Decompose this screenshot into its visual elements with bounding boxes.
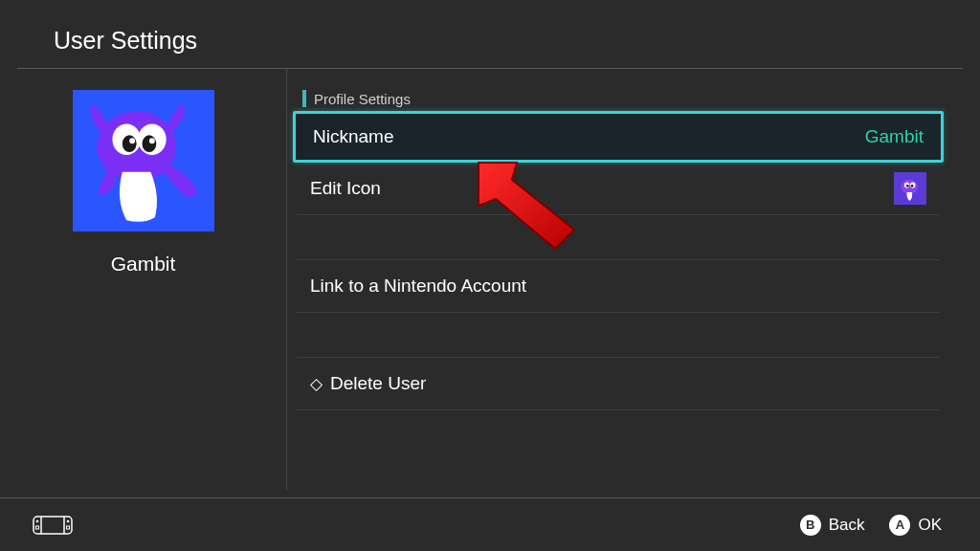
back-label: Back <box>829 516 865 535</box>
a-button-icon: A <box>889 515 910 536</box>
svg-rect-14 <box>33 517 72 534</box>
svg-point-9 <box>901 180 918 194</box>
squid-avatar-icon <box>73 90 214 231</box>
svg-point-17 <box>36 519 39 522</box>
ok-button[interactable]: A OK <box>889 515 942 536</box>
svg-point-5 <box>142 135 156 152</box>
svg-rect-18 <box>36 526 39 529</box>
squid-thumbnail-icon <box>894 172 926 205</box>
row-spacer <box>293 313 944 357</box>
section-title: Profile Settings <box>314 91 411 107</box>
back-button[interactable]: B Back <box>800 515 865 536</box>
footer-bar: B Back A OK <box>0 497 980 551</box>
nickname-row[interactable]: Nickname Gambit <box>293 111 944 163</box>
section-accent-bar <box>302 90 306 107</box>
nickname-value: Gambit <box>865 126 924 147</box>
link-account-label: Link to a Nintendo Account <box>310 276 526 297</box>
svg-point-7 <box>148 138 154 143</box>
page-header: User Settings <box>0 0 980 68</box>
row-divider <box>297 409 940 410</box>
username-label: Gambit <box>111 253 176 276</box>
user-avatar[interactable] <box>73 90 214 231</box>
content-area: Gambit Profile Settings Nickname Gambit … <box>0 69 980 490</box>
delete-user-row[interactable]: ◇ Delete User <box>293 358 944 409</box>
edit-icon-thumbnail <box>894 172 926 205</box>
nickname-label: Nickname <box>313 126 393 147</box>
svg-point-4 <box>122 135 136 152</box>
svg-point-19 <box>67 519 70 522</box>
controller-icon[interactable] <box>33 516 73 535</box>
page-title: User Settings <box>54 27 980 55</box>
edit-icon-row[interactable]: Edit Icon <box>293 163 944 214</box>
link-account-row[interactable]: Link to a Nintendo Account <box>293 260 944 312</box>
section-header: Profile Settings <box>302 90 944 107</box>
svg-point-13 <box>911 185 914 187</box>
footer-right: B Back A OK <box>800 515 942 536</box>
diamond-icon: ◇ <box>310 374 323 394</box>
user-panel: Gambit <box>0 69 287 490</box>
delete-user-label: Delete User <box>330 373 426 394</box>
svg-point-12 <box>906 185 909 187</box>
footer-left <box>33 516 73 535</box>
ok-label: OK <box>918 516 942 535</box>
b-button-icon: B <box>800 515 821 536</box>
edit-icon-label: Edit Icon <box>310 178 381 199</box>
svg-point-6 <box>129 138 135 143</box>
row-spacer <box>293 215 944 259</box>
settings-panel: Profile Settings Nickname Gambit Edit Ic… <box>287 69 980 490</box>
svg-rect-20 <box>67 526 70 529</box>
